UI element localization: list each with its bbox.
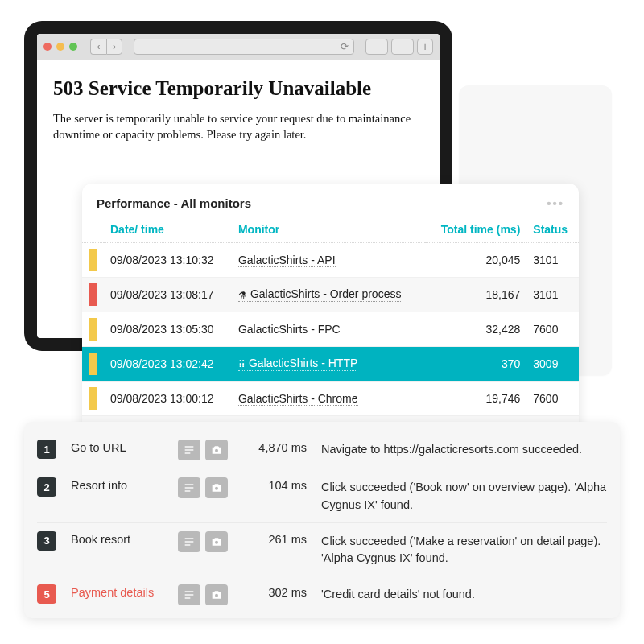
svg-rect-13 bbox=[185, 594, 194, 595]
cell-monitor[interactable]: ⠿GalacticShirts - HTTP bbox=[232, 347, 425, 382]
svg-rect-9 bbox=[185, 541, 194, 542]
error-body: The server is temporarily unable to serv… bbox=[53, 111, 415, 142]
step-row: 3Book resort261 msClick succeeded ('Make… bbox=[37, 522, 607, 576]
table-row[interactable]: 09/08/2023 13:05:30GalacticShirts - FPC3… bbox=[82, 312, 579, 347]
svg-rect-12 bbox=[185, 591, 194, 592]
cell-total-time: 32,428 bbox=[425, 312, 526, 347]
svg-rect-8 bbox=[185, 538, 194, 539]
status-color-bar bbox=[89, 353, 97, 375]
step-duration: 104 ms bbox=[242, 477, 307, 492]
cell-monitor[interactable]: GalacticShirts - FPC bbox=[232, 312, 425, 347]
browser-chrome: ‹ › ⟳ + bbox=[37, 34, 440, 60]
svg-point-15 bbox=[215, 594, 218, 597]
status-color-bar bbox=[89, 249, 97, 271]
cell-monitor[interactable]: GalacticShirts - API bbox=[232, 243, 425, 278]
svg-rect-2 bbox=[185, 452, 191, 453]
window-minimize-icon[interactable] bbox=[56, 43, 64, 51]
log-icon[interactable] bbox=[178, 584, 200, 605]
step-number-badge: 3 bbox=[37, 531, 56, 551]
step-number-badge: 1 bbox=[37, 440, 56, 459]
performance-title: Performance - All monitors bbox=[97, 196, 251, 210]
step-name: Resort info bbox=[71, 477, 163, 492]
svg-rect-4 bbox=[185, 484, 194, 485]
cell-total-time: 370 bbox=[425, 347, 526, 382]
step-duration: 4,870 ms bbox=[242, 440, 307, 454]
svg-rect-14 bbox=[185, 597, 191, 598]
log-icon[interactable] bbox=[178, 440, 200, 460]
status-color-bar bbox=[89, 318, 97, 341]
step-row: 2Resort info104 msClick succeeded ('Book… bbox=[37, 469, 607, 522]
cell-datetime: 09/08/2023 13:02:42 bbox=[104, 347, 232, 382]
svg-rect-0 bbox=[185, 446, 194, 447]
svg-rect-10 bbox=[185, 544, 191, 545]
cell-status: 3101 bbox=[526, 278, 579, 312]
svg-point-3 bbox=[215, 449, 218, 452]
status-color-bar bbox=[89, 283, 97, 306]
more-menu-icon[interactable]: ••• bbox=[547, 196, 564, 210]
col-status[interactable]: Status bbox=[526, 218, 579, 243]
window-close-icon[interactable] bbox=[43, 43, 52, 51]
step-detail: Click succeeded ('Make a reservation' on… bbox=[321, 531, 607, 568]
step-detail: Navigate to https://galacticresorts.com … bbox=[321, 440, 607, 459]
step-detail: Click succeeded ('Book now' on overview … bbox=[321, 477, 607, 514]
step-name: Book resort bbox=[71, 531, 163, 546]
forward-button[interactable]: › bbox=[106, 39, 122, 55]
cell-status: 7600 bbox=[526, 382, 579, 416]
col-total-time[interactable]: Total time (ms) bbox=[425, 218, 526, 243]
step-duration: 302 ms bbox=[242, 584, 307, 599]
cell-datetime: 09/08/2023 13:00:12 bbox=[104, 382, 232, 416]
cell-total-time: 19,746 bbox=[425, 382, 526, 416]
col-monitor[interactable]: Monitor bbox=[232, 218, 425, 243]
svg-rect-1 bbox=[185, 449, 194, 450]
flask-icon: ⚗ bbox=[238, 290, 247, 301]
cell-status: 3101 bbox=[526, 243, 579, 278]
svg-point-11 bbox=[215, 540, 218, 543]
cell-status: 3009 bbox=[526, 347, 579, 382]
page-content: 503 Service Temporarily Unavailable The … bbox=[37, 60, 440, 160]
table-row[interactable]: 09/08/2023 13:00:12GalacticShirts - Chro… bbox=[82, 382, 579, 416]
cell-monitor[interactable]: ⚗GalacticShirts - Order process bbox=[232, 278, 425, 312]
address-bar[interactable]: ⟳ bbox=[134, 39, 354, 55]
step-row: 5Payment details302 ms'Credit card detai… bbox=[37, 576, 607, 613]
table-row[interactable]: 09/08/2023 13:10:32GalacticShirts - API2… bbox=[82, 243, 579, 278]
table-row[interactable]: 09/08/2023 13:08:17⚗GalacticShirts - Ord… bbox=[82, 278, 579, 312]
cell-datetime: 09/08/2023 13:10:32 bbox=[104, 243, 232, 278]
window-zoom-icon[interactable] bbox=[69, 43, 77, 51]
svg-rect-5 bbox=[185, 487, 194, 488]
cell-monitor[interactable]: GalacticShirts - Chrome bbox=[232, 382, 425, 416]
reload-icon[interactable]: ⟳ bbox=[341, 41, 349, 52]
error-title: 503 Service Temporarily Unavailable bbox=[53, 77, 423, 100]
cell-datetime: 09/08/2023 13:08:17 bbox=[104, 278, 232, 312]
step-duration: 261 ms bbox=[242, 531, 307, 546]
step-number-badge: 2 bbox=[37, 477, 56, 497]
svg-point-7 bbox=[215, 487, 218, 490]
screenshot-icon[interactable] bbox=[205, 440, 228, 460]
cell-status: 7600 bbox=[526, 312, 579, 347]
svg-rect-6 bbox=[185, 490, 191, 491]
screenshot-icon[interactable] bbox=[205, 531, 228, 552]
step-number-badge: 5 bbox=[37, 584, 56, 604]
step-name: Payment details bbox=[71, 584, 163, 599]
back-button[interactable]: ‹ bbox=[90, 39, 106, 55]
table-row[interactable]: 09/08/2023 13:02:42⠿GalacticShirts - HTT… bbox=[82, 347, 579, 382]
cell-datetime: 09/08/2023 13:05:30 bbox=[104, 312, 232, 347]
step-row: 1Go to URL4,870 msNavigate to https://ga… bbox=[37, 431, 607, 469]
browser-tab[interactable] bbox=[391, 39, 414, 55]
transaction-steps-card: 1Go to URL4,870 msNavigate to https://ga… bbox=[24, 422, 620, 618]
cell-total-time: 20,045 bbox=[425, 243, 526, 278]
col-datetime[interactable]: Date/ time bbox=[104, 218, 232, 243]
screenshot-icon[interactable] bbox=[205, 584, 228, 605]
browser-tab[interactable] bbox=[365, 39, 388, 55]
log-icon[interactable] bbox=[178, 477, 200, 498]
step-detail: 'Credit card details' not found. bbox=[321, 584, 607, 604]
grid-icon: ⠿ bbox=[238, 359, 246, 370]
cell-total-time: 18,167 bbox=[425, 278, 526, 312]
new-tab-button[interactable]: + bbox=[417, 39, 433, 55]
screenshot-icon[interactable] bbox=[205, 477, 228, 498]
status-color-bar bbox=[89, 387, 97, 410]
step-name: Go to URL bbox=[71, 440, 163, 454]
log-icon[interactable] bbox=[178, 531, 200, 552]
